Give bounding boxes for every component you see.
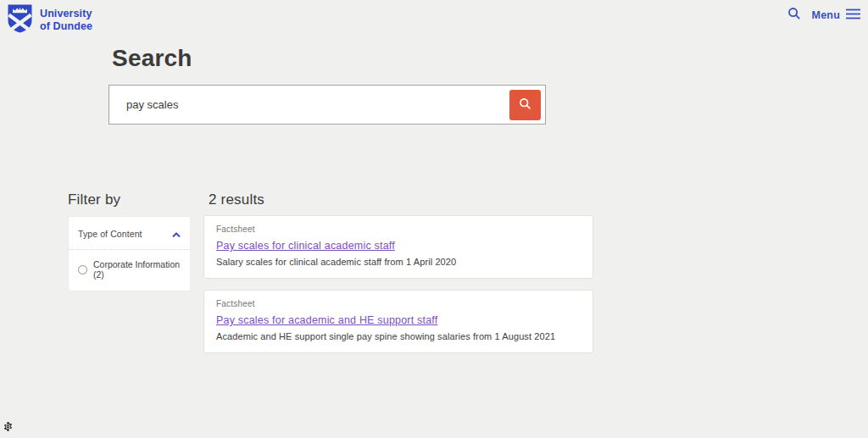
- logo-text-line2: of Dundee: [40, 20, 92, 33]
- result-category: Factsheet: [216, 225, 581, 234]
- result-category: Factsheet: [216, 299, 581, 308]
- filter-option-label: Corporate Information (2): [93, 259, 181, 280]
- result-card: Factsheet Pay scales for clinical academ…: [203, 215, 593, 279]
- chevron-up-icon: [172, 226, 181, 241]
- menu-label[interactable]: Menu: [812, 9, 840, 21]
- result-card: Factsheet Pay scales for academic and HE…: [203, 290, 593, 353]
- result-title-link[interactable]: Pay scales for academic and HE support s…: [216, 314, 437, 326]
- filter-option-corporate-information[interactable]: Corporate Information (2): [69, 250, 190, 291]
- gear-icon: [3, 421, 14, 434]
- menu-button[interactable]: Menu: [812, 8, 860, 23]
- hamburger-menu-icon[interactable]: [846, 8, 860, 23]
- page-title: Search: [112, 45, 192, 72]
- filter-group-label: Type of Content: [78, 229, 142, 239]
- university-logo[interactable]: University of Dundee: [7, 4, 92, 36]
- header-controls: Menu: [787, 7, 860, 24]
- cookie-settings-button[interactable]: [3, 421, 14, 434]
- filter-by-heading: Filter by: [68, 191, 120, 208]
- logo-text-line1: University: [40, 8, 92, 20]
- search-page: University of Dundee Menu Search: [0, 0, 868, 438]
- header-search-icon[interactable]: [787, 7, 801, 24]
- search-form: [108, 85, 546, 125]
- result-description: Salary scales for clinical academic staf…: [216, 257, 581, 267]
- search-submit-button[interactable]: [509, 90, 541, 120]
- results-count: 2 results: [209, 191, 264, 208]
- results-list: Factsheet Pay scales for clinical academ…: [203, 215, 593, 364]
- university-shield-icon: [7, 4, 33, 36]
- result-description: Academic and HE support single pay spine…: [216, 331, 581, 341]
- filter-group-header[interactable]: Type of Content: [69, 217, 190, 250]
- search-icon: [519, 97, 531, 113]
- radio-button[interactable]: [78, 265, 87, 274]
- search-input[interactable]: [109, 86, 545, 124]
- filter-panel: Type of Content Corporate Information (2…: [68, 216, 191, 291]
- result-title-link[interactable]: Pay scales for clinical academic staff: [216, 240, 395, 252]
